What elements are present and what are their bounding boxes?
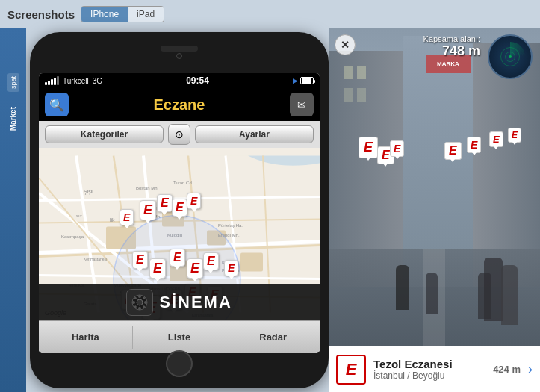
- svg-rect-19: [240, 253, 263, 272]
- map-marker-4[interactable]: E: [172, 199, 187, 217]
- ar-person-4: [501, 265, 518, 325]
- ar-marker-5[interactable]: E: [467, 137, 481, 153]
- ar-result-distance: 424 m: [493, 364, 521, 375]
- svg-point-51: [143, 297, 145, 299]
- ayarlar-button[interactable]: Ayarlar: [195, 125, 314, 143]
- search-button[interactable]: 🔍: [45, 93, 69, 116]
- ar-result-chevron-icon[interactable]: ›: [528, 361, 533, 377]
- ipad-tab[interactable]: iPad: [128, 7, 164, 22]
- kategoriler-button[interactable]: Kategoriler: [45, 125, 164, 143]
- network-label: 3G: [93, 77, 102, 85]
- svg-text:lik: lik: [110, 217, 115, 223]
- ar-coverage-label: Kapsama alanı:: [423, 34, 480, 43]
- location-arrow: ▶: [293, 77, 298, 84]
- compass-background: [488, 34, 533, 79]
- radar-tab[interactable]: Radar: [226, 326, 320, 349]
- svg-text:sız: sız: [76, 214, 82, 218]
- map-marker-11[interactable]: E: [224, 260, 238, 276]
- bar4: [54, 78, 56, 85]
- map-marker-2[interactable]: E: [140, 200, 156, 220]
- sidebar-spat-btn[interactable]: spat: [7, 73, 19, 92]
- map-marker-6[interactable]: E: [132, 251, 148, 269]
- svg-text:Turan Cd.: Turan Cd.: [173, 181, 193, 185]
- status-time: 09:54: [186, 75, 209, 86]
- map-marker-7[interactable]: E: [149, 258, 166, 279]
- cinema-banner[interactable]: SİNEMA: [39, 284, 320, 320]
- svg-text:Kasımpaşa: Kasımpaşa: [61, 234, 84, 239]
- svg-text:Pürtelaş Ha.: Pürtelaş Ha.: [218, 223, 243, 228]
- svg-point-53: [143, 305, 145, 308]
- svg-point-52: [134, 305, 137, 308]
- ar-marker-6[interactable]: E: [489, 131, 503, 147]
- iphone-mockup: Turkcell 3G 09:54 ▶ 🔍 Eczane: [30, 32, 329, 388]
- battery-area: [300, 77, 314, 84]
- ar-window-1: [344, 66, 353, 79]
- map-area[interactable]: Şişli lik Kasımpaşa Bostan Mh. Turan Cd.…: [39, 148, 320, 320]
- ar-marker-4[interactable]: E: [444, 142, 462, 160]
- screenshots-title: Screenshots: [7, 8, 75, 21]
- bar1: [45, 82, 47, 85]
- ar-result-name: Tezol Eczanesi: [373, 358, 485, 370]
- ar-panel: MARKA E E E: [329, 28, 540, 392]
- ar-result-info: Tezol Eczanesi İstanbul / Beyoğlu: [373, 358, 485, 381]
- ar-coverage: Kapsama alanı: 748 m: [423, 34, 480, 59]
- ar-compass: [488, 34, 533, 79]
- ar-result-e-letter: E: [346, 360, 357, 379]
- mail-button[interactable]: ✉: [290, 93, 314, 116]
- cinema-text: SİNEMA: [159, 293, 232, 312]
- ar-marker-7[interactable]: E: [508, 128, 521, 143]
- battery-icon: [300, 77, 314, 84]
- ar-background: MARKA E E E: [329, 28, 540, 392]
- svg-text:Şişli: Şişli: [84, 189, 93, 195]
- cinema-logo-icon: [126, 289, 153, 316]
- ar-person-1: [396, 265, 409, 310]
- device-tabs: IPhone iPad: [81, 6, 164, 22]
- svg-text:Ker.Hastanesi: Ker.Hastanesi: [84, 257, 107, 261]
- status-right: ▶: [293, 77, 314, 84]
- map-marker-9[interactable]: E: [187, 258, 203, 279]
- bar5: [57, 76, 59, 85]
- bar3: [51, 79, 53, 85]
- ar-window-4: [357, 88, 366, 102]
- map-marker-1[interactable]: E: [120, 209, 134, 225]
- iphone-screen: Turkcell 3G 09:54 ▶ 🔍 Eczane: [39, 73, 320, 353]
- app-toolbar: Kategoriler ⊙ Ayarlar: [39, 121, 320, 148]
- ar-person-5: [426, 273, 438, 314]
- ar-result-bar[interactable]: E Tezol Eczanesi İstanbul / Beyoğlu 424 …: [329, 346, 540, 392]
- ar-person-6: [478, 273, 491, 319]
- status-bar: Turkcell 3G 09:54 ▶: [39, 73, 320, 88]
- iphone-speaker: [161, 46, 198, 52]
- battery-tip: [314, 80, 315, 83]
- radar-center: [509, 55, 512, 58]
- harita-tab[interactable]: Harita: [39, 326, 132, 349]
- battery-fill: [302, 78, 311, 84]
- iphone-camera: [176, 53, 182, 59]
- ar-close-button[interactable]: ✕: [335, 34, 356, 55]
- ar-marker-1[interactable]: E: [359, 137, 378, 158]
- sidebar-market-label: Market: [9, 107, 17, 131]
- location-button[interactable]: ⊙: [168, 124, 190, 145]
- map-marker-8[interactable]: E: [170, 249, 185, 267]
- iphone-home-button[interactable]: [166, 350, 193, 377]
- svg-point-45: [137, 299, 143, 305]
- liste-tab[interactable]: Liste: [133, 326, 226, 349]
- svg-point-47: [138, 307, 141, 310]
- ar-coverage-distance: 748 m: [423, 43, 480, 59]
- compass-inner: [495, 42, 525, 72]
- map-marker-5[interactable]: E: [187, 193, 201, 209]
- bar2: [48, 81, 50, 85]
- app-header: 🔍 Eczane ✉: [39, 88, 320, 121]
- svg-point-46: [138, 295, 141, 298]
- carrier-label: Turkcell: [63, 77, 89, 85]
- map-marker-3[interactable]: E: [157, 194, 173, 212]
- main-area: spat Market Turkcell 3G: [0, 28, 540, 392]
- ar-marker-3[interactable]: E: [390, 140, 404, 157]
- map-marker-10[interactable]: E: [203, 252, 219, 270]
- signal-bars: [45, 76, 59, 85]
- ar-result-icon: E: [336, 355, 366, 385]
- iphone-tab[interactable]: IPhone: [81, 7, 128, 22]
- left-sidebar: spat Market: [0, 28, 26, 392]
- svg-point-48: [132, 301, 135, 304]
- top-bar: Screenshots IPhone iPad: [0, 0, 540, 28]
- ar-result-location: İstanbul / Beyoğlu: [373, 370, 485, 381]
